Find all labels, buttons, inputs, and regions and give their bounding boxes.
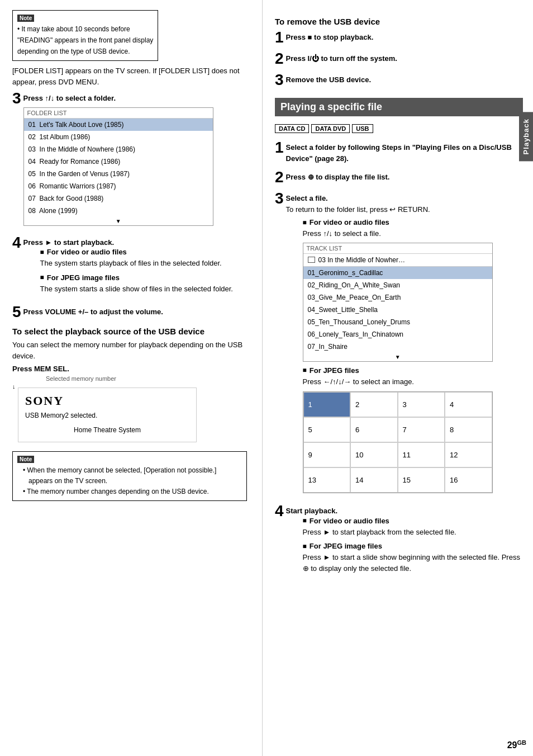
mem-sel-inner: SONY USB Memory2 selected. Home Theatre … bbox=[18, 388, 196, 442]
image-cell-12[interactable]: 12 bbox=[445, 442, 492, 467]
selected-memory-label: Selected memory number bbox=[12, 375, 252, 382]
step-5-text: Press VOLUME +/– to adjust the volume. bbox=[23, 306, 252, 318]
track-item-6[interactable]: 07_In_Shaire bbox=[303, 341, 492, 353]
image-cell-8[interactable]: 8 bbox=[445, 417, 492, 442]
folder-item-7[interactable]: 08 Alone (1999) bbox=[24, 205, 213, 217]
play-step-1-num: 1 bbox=[275, 140, 284, 155]
track-item-3[interactable]: 04_Sweet_Little_Shella bbox=[303, 304, 492, 316]
note-label-1: Note bbox=[17, 15, 34, 22]
badge-usb: USB bbox=[352, 124, 373, 133]
note-list-item-1: The memory number changes depending on t… bbox=[23, 486, 242, 497]
image-cell-10[interactable]: 10 bbox=[350, 442, 398, 467]
track-list-label: TRACK LIST bbox=[307, 245, 342, 252]
image-cell-7[interactable]: 7 bbox=[398, 417, 445, 442]
note-list-2: When the memory cannot be selected, [Ope… bbox=[17, 465, 242, 498]
image-cell-16[interactable]: 16 bbox=[445, 467, 492, 493]
image-cell-4[interactable]: 4 bbox=[445, 392, 492, 417]
sub-video-heading: For video or audio files bbox=[40, 248, 252, 256]
step4-sub-jpeg-heading: For JPEG image files bbox=[303, 542, 523, 550]
right-sub-jpeg-text: Press ←/↑/↓/→ to select an image. bbox=[303, 376, 523, 388]
note-list-item-0: When the memory cannot be selected, [Ope… bbox=[23, 465, 242, 486]
track-item-2[interactable]: 03_Give_Me_Peace_On_Earth bbox=[303, 291, 492, 304]
note-content-1: • It may take about 10 seconds before "R… bbox=[17, 24, 153, 56]
play-step-2: 2 Press ⊕ to display the file list. bbox=[275, 169, 523, 185]
step-4-number: 4 bbox=[12, 235, 21, 251]
play-step-1: 1 Select a folder by following Steps in … bbox=[275, 140, 523, 164]
side-tab: Playback bbox=[519, 112, 533, 161]
image-cell-9[interactable]: 9 bbox=[303, 442, 351, 467]
play-step-4: 4 Start playback. For video or audio fil… bbox=[275, 503, 523, 578]
usb-select-heading: To select the playback source of the USB… bbox=[12, 327, 252, 336]
track-item-4[interactable]: 05_Ten_Thousand_Lonely_Drums bbox=[303, 316, 492, 328]
folder-item-2[interactable]: 03 In the Middle of Nowhere (1986) bbox=[24, 143, 213, 155]
step4-sub-video-text: Press ► to start playback from the selec… bbox=[303, 527, 523, 538]
folder-item-3[interactable]: 04 Ready for Romance (1986) bbox=[24, 155, 213, 168]
image-cell-15[interactable]: 15 bbox=[398, 467, 445, 493]
sub-video-section: For video or audio files The system star… bbox=[40, 248, 252, 269]
right-sub-video-text: Press ↑/↓ to select a file. bbox=[303, 228, 523, 239]
mem-sel-subtitle: Home Theatre System bbox=[25, 426, 189, 434]
track-folder-row: 03 In the Middle of Nowher… bbox=[303, 254, 492, 267]
folder-item-5[interactable]: 06 Romantic Warriors (1987) bbox=[24, 180, 213, 192]
remove-step-1-num: 1 bbox=[275, 30, 284, 45]
remove-step-1-text: Press ■ to stop playback. bbox=[286, 32, 523, 43]
step4-sub-video: For video or audio files Press ► to star… bbox=[303, 517, 523, 538]
step-3-block: 3 Press ↑/↓ to select a folder. FOLDER L… bbox=[12, 91, 252, 229]
play-step-2-text: Press ⊕ to display the file list. bbox=[286, 172, 523, 183]
step4-sub-video-heading: For video or audio files bbox=[303, 517, 523, 525]
remove-step-3-num: 3 bbox=[275, 72, 284, 88]
play-step-3: 3 Select a file. To return to the folder… bbox=[275, 191, 523, 498]
sub-jpeg-text: The system starts a slide show of files … bbox=[40, 284, 252, 295]
folder-item-6[interactable]: 07 Back for Good (1988) bbox=[24, 192, 213, 205]
step-5-number: 5 bbox=[12, 304, 21, 320]
folder-item-0[interactable]: 01 Let's Talk About Love (1985) bbox=[24, 119, 213, 131]
image-cell-3[interactable]: 3 bbox=[398, 392, 445, 417]
remove-step-2-num: 2 bbox=[275, 51, 284, 67]
track-list-box: TRACK LIST 03 In the Middle of Nowher… 0… bbox=[303, 243, 493, 362]
folder-item-4[interactable]: 05 In the Garden of Venus (1987) bbox=[24, 168, 213, 180]
image-cell-1[interactable]: 1 bbox=[303, 392, 351, 417]
image-cell-14[interactable]: 14 bbox=[350, 467, 398, 493]
right-sub-video: For video or audio files Press ↑/↓ to se… bbox=[303, 218, 523, 362]
step-4-block: 4 Press ► to start playback. For video o… bbox=[12, 235, 252, 299]
badge-data-cd: DATA CD bbox=[275, 124, 309, 133]
play-step-4-text: Start playback. bbox=[286, 505, 523, 517]
folder-list-box: FOLDER LIST 01 Let's Talk About Love (19… bbox=[23, 107, 213, 226]
folder-list-arrow: ▼ bbox=[24, 217, 213, 225]
sub-jpeg-heading: For JPEG image files bbox=[40, 273, 252, 282]
image-cell-11[interactable]: 11 bbox=[398, 442, 445, 467]
note-box-2: Note When the memory cannot be selected,… bbox=[12, 451, 247, 501]
sub-jpeg-section: For JPEG image files The system starts a… bbox=[40, 273, 252, 295]
track-item-1[interactable]: 02_Riding_On_A_White_Swan bbox=[303, 279, 492, 291]
playing-title: Playing a specific file bbox=[275, 98, 523, 116]
sony-logo: SONY bbox=[25, 394, 189, 408]
remove-usb-heading: To remove the USB device bbox=[275, 17, 523, 26]
usb-intro: You can select the memory number for pla… bbox=[12, 339, 252, 361]
remove-step-2: 2 Press I/⏻ to turn off the system. bbox=[275, 51, 523, 67]
remove-step-1: 1 Press ■ to stop playback. bbox=[275, 30, 523, 45]
note-box-1: Note • It may take about 10 seconds befo… bbox=[12, 10, 158, 61]
mem-sel-text: USB Memory2 selected. bbox=[25, 412, 189, 419]
step-5-block: 5 Press VOLUME +/– to adjust the volume. bbox=[12, 304, 252, 320]
press-mem-sel: Press MEM SEL. bbox=[12, 365, 252, 373]
image-grid: 1 2 3 4 5 6 7 8 9 10 11 12 13 14 bbox=[303, 391, 493, 493]
right-sub-jpeg: For JPEG files Press ←/↑/↓/→ to select a… bbox=[303, 366, 523, 494]
play-step-2-num: 2 bbox=[275, 169, 284, 185]
folder-list-intro: [FOLDER LIST] appears on the TV screen. … bbox=[12, 65, 252, 87]
remove-step-3-text: Remove the USB device. bbox=[286, 74, 523, 86]
step-3-text: Press ↑/↓ to select a folder. bbox=[23, 93, 252, 104]
folder-list-header: FOLDER LIST bbox=[24, 108, 213, 119]
image-cell-2[interactable]: 2 bbox=[350, 392, 398, 417]
image-cell-13[interactable]: 13 bbox=[303, 467, 351, 493]
image-cell-5[interactable]: 5 bbox=[303, 417, 351, 442]
mem-sel-box: SONY USB Memory2 selected. Home Theatre … bbox=[18, 388, 197, 442]
track-item-5[interactable]: 06_Lonely_Tears_In_Chinatown bbox=[303, 328, 492, 341]
play-step-3-text: Select a file. bbox=[286, 193, 523, 204]
right-sub-jpeg-heading: For JPEG files bbox=[303, 366, 523, 375]
track-list-arrow: ▼ bbox=[303, 353, 492, 361]
play-step-4-num: 4 bbox=[275, 503, 284, 519]
image-cell-6[interactable]: 6 bbox=[350, 417, 398, 442]
track-item-0[interactable]: 01_Geronimo_s_Cadillac bbox=[303, 267, 492, 279]
folder-item-1[interactable]: 02 1st Album (1986) bbox=[24, 131, 213, 143]
play-step-1-text: Select a folder by following Steps in "P… bbox=[286, 142, 523, 164]
